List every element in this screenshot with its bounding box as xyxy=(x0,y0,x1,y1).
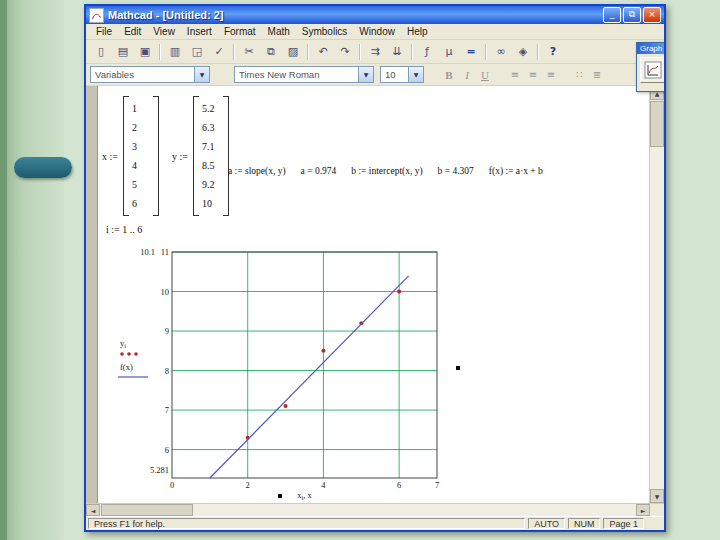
status-page-indicator: Page 1 xyxy=(603,518,644,529)
status-auto-indicator: AUTO xyxy=(528,518,565,529)
vertical-scroll-track[interactable] xyxy=(650,100,664,489)
bullet-list-icon[interactable]: ∷ xyxy=(570,66,588,83)
svg-text:4: 4 xyxy=(321,480,326,490)
align-left-icon[interactable]: ≡ xyxy=(506,66,524,83)
bold-button[interactable]: B xyxy=(440,66,458,83)
align-down-icon[interactable]: ⇊ xyxy=(386,41,408,62)
vertical-scrollbar[interactable]: ▲ ▼ xyxy=(649,86,664,503)
style-combo[interactable]: Variables ▼ xyxy=(90,66,210,83)
standard-toolbar: ▯▤▣▥◲✓✂⧉▨↶↷⇉⇊ƒµ=∞◈? xyxy=(86,40,664,64)
minimize-button[interactable]: _ xyxy=(603,7,621,23)
print-preview-icon[interactable]: ◲ xyxy=(186,41,208,62)
undo-icon[interactable]: ↶ xyxy=(312,41,334,62)
insert-unit-icon[interactable]: µ xyxy=(438,41,460,62)
toolbar-separator xyxy=(307,44,309,60)
chevron-down-icon[interactable]: ▼ xyxy=(358,67,373,82)
cut-icon[interactable]: ✂ xyxy=(238,41,260,62)
save-icon[interactable]: ▣ xyxy=(134,41,156,62)
underline-button[interactable]: U xyxy=(476,66,494,83)
horizontal-scrollbar[interactable]: ◄ ► xyxy=(86,503,664,516)
toolbar-separator xyxy=(537,44,539,60)
equation-slope-def[interactable]: a := slope(x, y) xyxy=(228,166,286,176)
matrix-cell: 10 xyxy=(202,194,220,213)
insert-function-icon[interactable]: ƒ xyxy=(416,41,438,62)
equation-fx-def[interactable]: f(x) := a·x + b xyxy=(489,166,543,176)
insert-component-icon[interactable]: ◈ xyxy=(512,41,534,62)
window-title: Mathcad - [Untitled: 2] xyxy=(108,9,601,21)
align-across-icon[interactable]: ⇉ xyxy=(364,41,386,62)
equation-intercept-def[interactable]: b := intercept(x, y) xyxy=(351,166,422,176)
toolbar-separator xyxy=(359,44,361,60)
menu-format[interactable]: Format xyxy=(218,25,262,38)
range-definition[interactable]: i := 1 .. 6 xyxy=(106,224,142,235)
align-center-icon[interactable]: ≡ xyxy=(524,66,542,83)
menu-symbolics[interactable]: Symbolics xyxy=(296,25,354,38)
mathcad-app-icon xyxy=(89,8,104,23)
plot-resize-handle-right[interactable] xyxy=(456,366,460,370)
slide-left-band xyxy=(0,0,64,540)
scroll-down-icon[interactable]: ▼ xyxy=(650,489,664,503)
scroll-left-icon[interactable]: ◄ xyxy=(86,504,100,516)
print-icon[interactable]: ▥ xyxy=(164,41,186,62)
calculate-icon[interactable]: = xyxy=(460,41,482,62)
status-help-text: Press F1 for help. xyxy=(88,518,525,529)
menu-edit[interactable]: Edit xyxy=(118,25,147,38)
open-folder-icon[interactable]: ▤ xyxy=(112,41,134,62)
numbered-list-icon[interactable]: ≣ xyxy=(588,66,606,83)
slide-left-edge xyxy=(0,0,7,540)
italic-button[interactable]: I xyxy=(458,66,476,83)
worksheet-page[interactable]: x := 123456 y := 5.26.37.18.59.210 a := … xyxy=(98,86,649,503)
matrix-cell: 4 xyxy=(132,156,150,175)
paste-icon[interactable]: ▨ xyxy=(282,41,304,62)
new-page-icon[interactable]: ▯ xyxy=(90,41,112,62)
svg-text:8: 8 xyxy=(165,366,169,376)
font-size-combo[interactable]: 10 ▼ xyxy=(380,66,424,83)
matrix-y-values: 5.26.37.18.59.210 xyxy=(193,96,229,216)
help-icon[interactable]: ? xyxy=(542,41,564,62)
matrix-cell: 1 xyxy=(132,99,150,118)
spell-check-icon[interactable]: ✓ xyxy=(208,41,230,62)
menu-view[interactable]: View xyxy=(147,25,181,38)
title-bar[interactable]: Mathcad - [Untitled: 2] _ ⧉ × xyxy=(86,6,664,24)
menu-insert[interactable]: Insert xyxy=(181,25,218,38)
vertical-scroll-thumb[interactable] xyxy=(650,101,664,147)
redo-icon[interactable]: ↷ xyxy=(334,41,356,62)
toolbar-separator xyxy=(233,44,235,60)
matrix-cell: 3 xyxy=(132,137,150,156)
align-right-icon[interactable]: ≡ xyxy=(542,66,560,83)
equation-intercept-result[interactable]: b = 4.307 xyxy=(438,166,474,176)
scroll-right-icon[interactable]: ► xyxy=(636,504,650,516)
status-num-indicator: NUM xyxy=(568,518,601,529)
horizontal-scroll-track[interactable] xyxy=(100,504,636,516)
copy-icon[interactable]: ⧉ xyxy=(260,41,282,62)
chevron-down-icon[interactable]: ▼ xyxy=(408,67,423,82)
restore-button[interactable]: ⧉ xyxy=(623,7,641,23)
worksheet-area: x := 123456 y := 5.26.37.18.59.210 a := … xyxy=(86,86,664,503)
slide-bullet-decoration xyxy=(14,157,72,178)
xy-plot-icon[interactable] xyxy=(640,57,666,83)
horizontal-scroll-thumb[interactable] xyxy=(101,504,193,516)
xy-plot-region[interactable]: 6789101110.15.28107246xi, xyif(x) xyxy=(102,238,462,500)
matrix-cell: 6.3 xyxy=(202,118,220,137)
font-combo[interactable]: Times New Roman ▼ xyxy=(234,66,374,83)
graph-palette-title[interactable]: Graph xyxy=(637,43,666,54)
menu-window[interactable]: Window xyxy=(353,25,401,38)
menu-math[interactable]: Math xyxy=(262,25,296,38)
svg-text:7: 7 xyxy=(165,405,169,415)
plot-resize-handle-bottom[interactable] xyxy=(278,494,282,498)
equation-slope-result[interactable]: a = 0.974 xyxy=(301,166,337,176)
matrix-cell: 7.1 xyxy=(202,137,220,156)
menu-file[interactable]: File xyxy=(90,25,118,38)
matrix-y-definition[interactable]: y := 5.26.37.18.59.210 xyxy=(172,96,229,216)
svg-text:xi, x: xi, x xyxy=(297,490,312,500)
matrix-cell: 9.2 xyxy=(202,175,220,194)
close-button[interactable]: × xyxy=(643,7,661,23)
menu-help[interactable]: Help xyxy=(401,25,434,38)
svg-text:9: 9 xyxy=(165,326,169,336)
matrix-x-definition[interactable]: x := 123456 xyxy=(102,96,159,216)
svg-text:10.1: 10.1 xyxy=(140,247,155,257)
matrix-y-label: y := xyxy=(172,151,188,162)
insert-hyperlink-icon[interactable]: ∞ xyxy=(490,41,512,62)
menu-bar: FileEditViewInsertFormatMathSymbolicsWin… xyxy=(86,24,664,40)
chevron-down-icon[interactable]: ▼ xyxy=(194,67,209,82)
